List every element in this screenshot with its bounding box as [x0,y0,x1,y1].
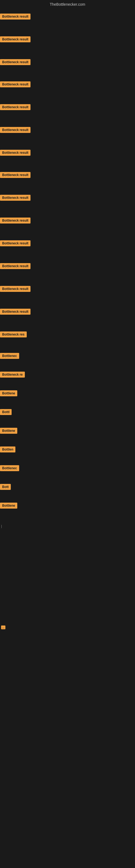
list-item: Bottleneck re [0,371,135,380]
list-item: Bottleneck result [0,194,135,203]
list-item: Bottlene [0,427,135,436]
list-item: Bottleneck result [0,149,135,158]
bottleneck-badge[interactable]: Bottleneck result [0,309,31,315]
page-title: TheBottlenecker.com [0,0,135,9]
list-item: Bottleneck result [0,80,135,90]
bottleneck-badge[interactable]: Bottleneck result [0,13,31,20]
list-item: Bottleneck result [0,239,135,248]
list-item: Bottleneck res [0,330,135,340]
list-item: Bottleneck result [0,35,135,44]
bottleneck-badge[interactable]: Bottleneck result [0,263,31,269]
list-item: Bottleneck result [0,216,135,226]
bottleneck-badge[interactable]: Bottlen [0,446,15,453]
list-item: Bottlen [0,445,135,455]
list-item: Bottlene [0,389,135,399]
bottleneck-badge[interactable]: Bottleneck result [0,240,31,246]
bottleneck-badge[interactable]: Bottleneck result [0,172,31,178]
bottleneck-badge[interactable]: Bottlenec [0,353,19,359]
bottleneck-badge[interactable]: Bottlene [0,428,17,434]
bottleneck-badge[interactable]: Bottleneck result [0,286,31,292]
list-item: Bottleneck result [0,12,135,22]
list-item: Bottlenec [0,352,135,361]
list-item: Bottlenec [0,464,135,473]
bottleneck-badge[interactable]: Bottleneck result [0,218,31,223]
bottleneck-badge[interactable]: Bottleneck result [0,82,31,87]
list-item: Bottl [0,408,135,417]
list-item: Bott [0,483,135,492]
bottleneck-badge[interactable]: Bottleneck res [0,332,27,337]
site-title: TheBottlenecker.com [50,2,85,6]
list-item: Bottleneck result [0,58,135,67]
bottleneck-badge[interactable]: Bottleneck result [0,104,31,110]
list-item: Bottleneck result [0,308,135,317]
bottleneck-badge[interactable]: Bott [0,484,11,490]
bottleneck-badge[interactable]: Bottleneck result [0,59,31,65]
bottleneck-badge[interactable]: Bottleneck re [0,372,25,378]
empty-space-1 [0,529,135,624]
bottleneck-badge[interactable]: Bottlenec [0,465,19,471]
list-item: Bottleneck result [0,126,135,135]
cursor-indicator: | [0,523,135,529]
list-item: Bottlene [0,501,135,511]
bottleneck-badge[interactable]: Bottlene [0,390,17,396]
bottleneck-badge[interactable]: Bottleneck result [0,127,31,133]
empty-space-2 [0,630,135,793]
bottleneck-badge[interactable]: Bottleneck result [0,195,31,201]
small-badge: ... [1,625,5,629]
list-item: Bottleneck result [0,262,135,271]
bottleneck-badge[interactable]: Bottl [0,409,12,415]
bottom-indicator: ... [0,624,135,630]
bottleneck-badge[interactable]: Bottleneck result [0,150,31,156]
list-item: Bottleneck result [0,285,135,294]
bottleneck-badge[interactable]: Bottleneck result [0,36,31,42]
bottleneck-badge[interactable]: Bottlene [0,503,17,508]
list-item: Bottleneck result [0,171,135,180]
list-item: Bottleneck result [0,103,135,112]
